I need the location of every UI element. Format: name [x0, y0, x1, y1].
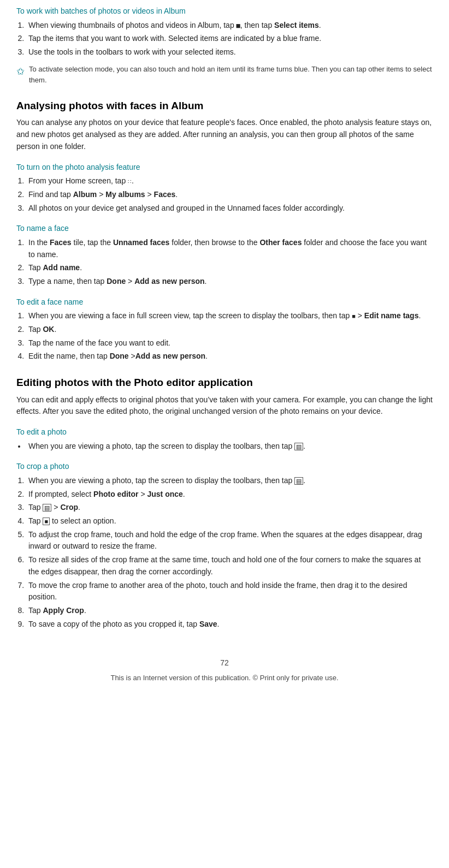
section1-heading: To work with batches of photos or videos… [16, 5, 433, 17]
tip-text: To activate selection mode, you can also… [29, 64, 433, 86]
section2-heading: Analysing photos with faces in Album [16, 98, 433, 114]
name-face-steps: In the Faces tile, tap the Unnamed faces… [26, 237, 433, 288]
list-item: Find and tap Album > My albums > Faces. [26, 189, 433, 201]
subheading-edit-face-name: To edit a face name [16, 296, 433, 308]
tip-icon: ✩ [16, 64, 25, 80]
turn-on-steps: From your Home screen, tap ∷. Find and t… [26, 175, 433, 214]
list-item: When you are viewing a photo, tap the sc… [26, 475, 433, 487]
page-number: 72 [16, 657, 433, 669]
list-item: Tap OK. [26, 324, 433, 336]
section2-intro: You can analyse any photos on your devic… [16, 117, 433, 152]
page-footer: 72 This is an Internet version of this p… [16, 657, 433, 683]
list-item: To move the crop frame to another area o… [26, 580, 433, 603]
edit-face-name-steps: When you are viewing a face in full scre… [26, 310, 433, 362]
edit-photo-items: When you are viewing a photo, tap the sc… [26, 441, 433, 453]
list-item: Tap the items that you want to work with… [26, 33, 433, 45]
list-item: To save a copy of the photo as you cropp… [26, 619, 433, 631]
list-item: Type a name, then tap Done > Add as new … [26, 276, 433, 288]
crop-photo-steps: When you are viewing a photo, tap the sc… [26, 475, 433, 630]
subheading-turn-on: To turn on the photo analysis feature [16, 162, 433, 174]
list-item: When you are viewing a face in full scre… [26, 310, 433, 322]
list-item: Tap the name of the face you want to edi… [26, 337, 433, 349]
footer-note: This is an Internet version of this publ… [16, 673, 433, 683]
list-item: To resize all sides of the crop frame at… [26, 554, 433, 578]
list-item: To adjust the crop frame, touch and hold… [26, 529, 433, 552]
list-item: In the Faces tile, tap the Unnamed faces… [26, 237, 433, 260]
list-item: When viewing thumbnails of photos and vi… [26, 20, 433, 32]
section1-steps: When viewing thumbnails of photos and vi… [26, 20, 433, 58]
list-item: Edit the name, then tap Done >Add as new… [26, 350, 433, 362]
list-item: Tap ▤ > Crop. [26, 502, 433, 514]
list-item: When you are viewing a photo, tap the sc… [26, 441, 433, 453]
list-item: From your Home screen, tap ∷. [26, 175, 433, 187]
subheading-crop-photo: To crop a photo [16, 461, 433, 473]
list-item: All photos on your device get analysed a… [26, 203, 433, 215]
section3-heading: Editing photos with the Photo editor app… [16, 374, 433, 390]
list-item: Tap ■ to select an option. [26, 515, 433, 527]
list-item: Use the tools in the toolbars to work wi… [26, 46, 433, 58]
section3-intro: You can edit and apply effects to origin… [16, 394, 433, 418]
tip-box: ✩ To activate selection mode, you can al… [16, 64, 433, 86]
list-item: If prompted, select Photo editor > Just … [26, 489, 433, 501]
subheading-name-face: To name a face [16, 223, 433, 235]
list-item: Tap Apply Crop. [26, 605, 433, 617]
subheading-edit-photo: To edit a photo [16, 426, 433, 438]
list-item: Tap Add name. [26, 262, 433, 274]
